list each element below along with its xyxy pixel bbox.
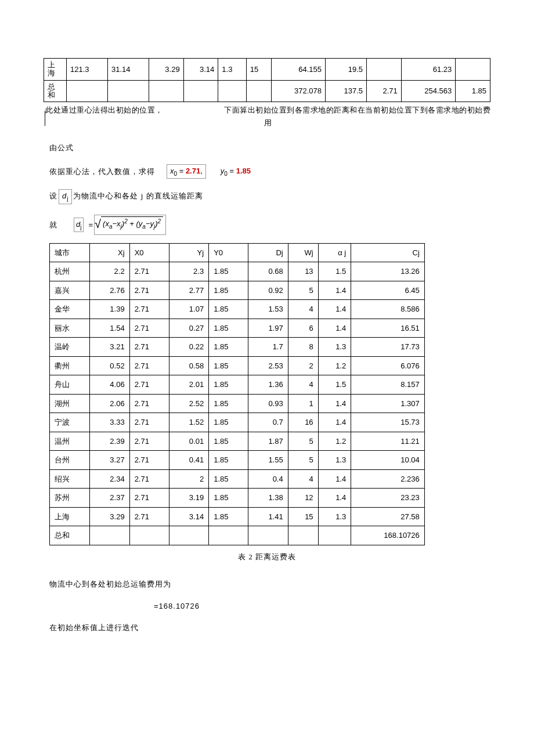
sqrt-icon: √ (95, 218, 101, 230)
table-row: 丽水 1.542.710.27 1.851.976 1.416.51 (50, 319, 425, 338)
total-cost-result: =168.10726 (154, 601, 490, 612)
table-row: 总和 372.078137.5 2.71254.563 1.85 (44, 80, 490, 102)
y0-value-box: y0 = 1.85 (218, 165, 254, 179)
table-row: 上海 121.331.143.29 3.141.315 64.15519.5 6… (44, 59, 490, 81)
table-row: 绍兴 2.342.712 1.850.44 1.42.236 (50, 469, 425, 489)
table-row: 嘉兴 2.762.712.77 1.850.925 1.46.45 (50, 281, 425, 300)
table-row: 上海 3.292.713.14 1.851.4115 1.327.58 (50, 507, 425, 526)
column-header: α j (318, 243, 351, 262)
table-row: 苏州 2.372.713.19 1.851.3812 1.423.23 (50, 489, 425, 508)
caption-line-c: 用 (45, 117, 490, 129)
column-header: Xj (90, 243, 129, 262)
x0-value-box: x0 = 2.71, (167, 164, 206, 179)
table-row: 宁波 3.332.711.52 1.850.716 1.415.73 (50, 413, 425, 432)
top-table: 上海 121.331.143.29 3.141.315 64.15519.5 6… (44, 58, 490, 102)
column-header: Cj (351, 243, 425, 262)
table-row: 湖州 2.062.712.52 1.850.931 1.41.307 (50, 394, 425, 413)
table-row: 金华 1.392.711.07 1.851.534 1.48.586 (50, 300, 425, 319)
table-row: 衢州 0.522.710.58 1.852.532 1.26.076 (50, 356, 425, 375)
column-header: Yj (169, 243, 208, 262)
caption-line-a: 此处通过重心法得出初始的位置， (45, 104, 163, 116)
column-header: Wj (288, 243, 318, 262)
column-header: Y0 (209, 243, 248, 262)
paragraph-dj-define: 设dj为物流中心和各处 j 的直线运输距离 (49, 189, 490, 204)
table-row: 台州 3.272.710.41 1.851.555 1.310.04 (50, 451, 425, 470)
caption-line-b: 下面算出初始位置到各需求地的距离和在当前初始位置下到各需求地的初始费 (224, 104, 490, 116)
table-2-caption: 表 2 距离运费表 (44, 551, 490, 563)
paragraph-formula: 由公式 (49, 142, 490, 154)
column-header: 城市 (50, 243, 90, 262)
column-header: X0 (129, 243, 169, 262)
distance-cost-table: 城市XjX0YjY0DjWjα jCj 杭州 2.22.712.3 1.850.… (49, 243, 425, 545)
table-total-row: 总和168.10726 (50, 526, 425, 545)
table-row: 舟山 4.062.712.01 1.851.364 1.58.157 (50, 375, 425, 395)
caption-initial: 此处通过重心法得出初始的位置， 下面算出初始位置到各需求地的距离和在当前初始位置… (44, 104, 490, 132)
table-row: 杭州 2.22.712.3 1.850.6813 1.513.26 (50, 262, 425, 281)
dj-formula: 就 dj = √ (xa−xj)2 + (ya−yj)2 (49, 215, 490, 235)
table-row: 温州 2.392.710.01 1.851.875 1.211.21 (50, 432, 425, 451)
table-row: 温岭 3.212.710.22 1.851.78 1.317.73 (50, 338, 425, 357)
column-header: Dj (248, 243, 288, 262)
paragraph-total-cost: 物流中心到各处初始总运输费用为 (49, 578, 490, 590)
paragraph-iterate: 在初始坐标值上进行迭代 (49, 622, 490, 634)
paragraph-substitute: 依据重心法，代入数值，求得 (49, 166, 155, 178)
